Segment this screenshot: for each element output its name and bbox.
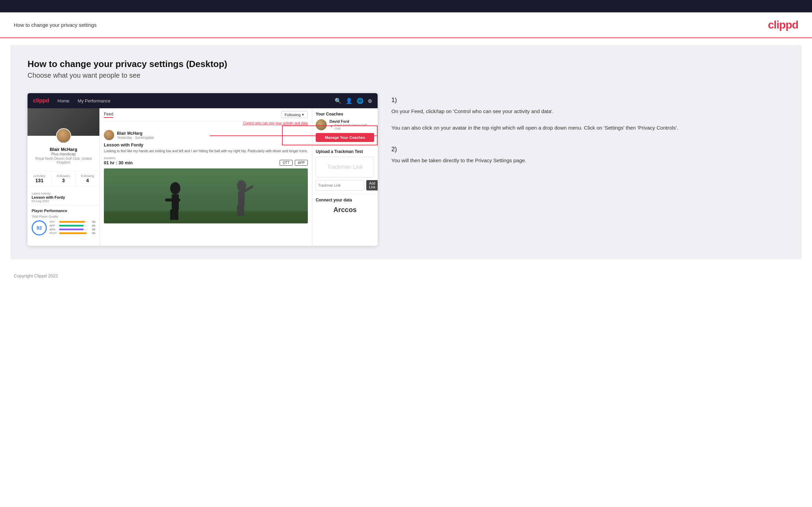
stat-following: Following 4 [76, 172, 99, 186]
perf-row: 92 OTT 90 APP [32, 220, 95, 235]
stat-activities: Activities 131 [28, 172, 52, 186]
profile-handicap: Plus Handicap [32, 152, 95, 156]
step1-text: On your Feed, click/tap on 'Control who … [391, 107, 784, 132]
app-nav-right: 🔍 👤 🌐 ⊕ [335, 98, 372, 104]
logo: clippd [768, 19, 798, 31]
page-heading: How to change your privacy settings (Des… [28, 59, 784, 69]
post-duration: 01 hr : 30 min OTT APP [104, 160, 308, 166]
globe-icon[interactable]: 🌐 [357, 98, 364, 104]
score-circle: 92 [32, 220, 47, 235]
app-nav-performance[interactable]: My Performance [78, 98, 110, 103]
add-link-button[interactable]: Add Link [366, 180, 378, 190]
latest-activity: Latest Activity Lesson with Fordy 03 Aug… [28, 189, 99, 206]
bar-app: APP 85 [50, 224, 95, 227]
profile-sidebar: Blair McHarg Plus Handicap Royal North D… [28, 108, 100, 246]
privacy-link[interactable]: Control who can see your activity and da… [100, 121, 312, 127]
avatar [56, 128, 71, 143]
content-columns: clippd Home My Performance 🔍 👤 🌐 ⊕ [28, 93, 784, 246]
post-image [104, 168, 308, 223]
coaches-title: Your Coaches [316, 112, 374, 117]
trackman-input[interactable] [316, 180, 364, 190]
app-nav: clippd Home My Performance 🔍 👤 🌐 ⊕ [28, 93, 378, 108]
page-breadcrumb: How to change your privacy settings [14, 22, 97, 28]
instructions: 1) On your Feed, click/tap on 'Control w… [391, 93, 784, 178]
footer: Copyright Clippd 2022 [0, 266, 812, 285]
arccos-logo: Arccos [316, 206, 374, 214]
duration-label: Duration [104, 156, 308, 160]
header: How to change your privacy settings clip… [0, 12, 812, 38]
instruction-1: 1) On your Feed, click/tap on 'Control w… [391, 97, 784, 132]
user-icon[interactable]: 👤 [346, 98, 353, 104]
stat-followers: Followers 3 [52, 172, 76, 186]
feed-tab[interactable]: Feed [104, 112, 113, 118]
bar-putt: PUTT 96 [50, 232, 95, 235]
top-bar [0, 0, 812, 12]
avatar-image [57, 129, 71, 143]
instruction-2: 2) You will then be taken directly to th… [391, 146, 784, 165]
connect-section: Connect your data Arccos [312, 194, 378, 217]
app-screenshot-wrapper: clippd Home My Performance 🔍 👤 🌐 ⊕ [28, 93, 378, 246]
trackman-placeholder-area: Trackman Link [316, 157, 374, 177]
step1-number: 1) [391, 97, 784, 104]
profile-club: Royal North Devon Golf Club, United King… [32, 157, 95, 164]
step2-text: You will then be taken directly to the P… [391, 156, 784, 165]
search-icon[interactable]: 🔍 [335, 98, 342, 104]
profile-header-image [28, 108, 99, 136]
step2-number: 2) [391, 146, 784, 153]
post-avatar [104, 130, 114, 140]
tag-ott: OTT [280, 160, 293, 166]
main-content: How to change your privacy settings (Des… [10, 45, 802, 260]
profile-name: Blair McHarg [32, 147, 95, 152]
post-tags: OTT APP [280, 160, 308, 166]
coach-name: David Ford [329, 119, 374, 123]
feed-area: Feed Following ▾ Control who can see you… [100, 108, 312, 246]
perf-bars: OTT 90 APP 85 [50, 220, 95, 235]
connect-title: Connect your data [316, 198, 374, 202]
page-subheading: Choose what you want people to see [28, 71, 784, 79]
post-meta: Blair McHarg Yesterday · Sunningdale [117, 131, 308, 140]
feed-post: Blair McHarg Yesterday · Sunningdale Les… [100, 127, 312, 226]
post-title: Lesson with Fordy [104, 142, 308, 147]
profile-stats: Activities 131 Followers 3 Following 4 [28, 171, 99, 186]
trackman-placeholder-text: Trackman Link [320, 164, 370, 170]
player-performance: Player Performance Total Player Quality … [28, 206, 99, 238]
trackman-input-row: Add Link [316, 180, 374, 190]
feed-top: Feed Following ▾ [100, 108, 312, 121]
post-description: Looking to feel like my hands are exitin… [104, 149, 308, 154]
annotation-box [282, 125, 378, 145]
app-nav-home[interactable]: Home [57, 98, 69, 103]
trackman-section: Upload a Trackman Test Trackman Link Add… [312, 146, 378, 194]
copyright: Copyright Clippd 2022 [14, 273, 58, 278]
duration-time: 01 hr : 30 min [104, 160, 133, 165]
following-button[interactable]: Following ▾ [281, 111, 308, 118]
avatar-icon[interactable]: ⊕ [368, 98, 372, 104]
bar-ott: OTT 90 [50, 220, 95, 223]
app-screenshot: clippd Home My Performance 🔍 👤 🌐 ⊕ [28, 93, 378, 246]
post-header: Blair McHarg Yesterday · Sunningdale [104, 130, 308, 140]
tag-app: APP [295, 160, 308, 166]
trackman-title: Upload a Trackman Test [316, 149, 374, 154]
app-nav-logo: clippd [33, 98, 49, 104]
bar-arg: ARG 86 [50, 228, 95, 231]
